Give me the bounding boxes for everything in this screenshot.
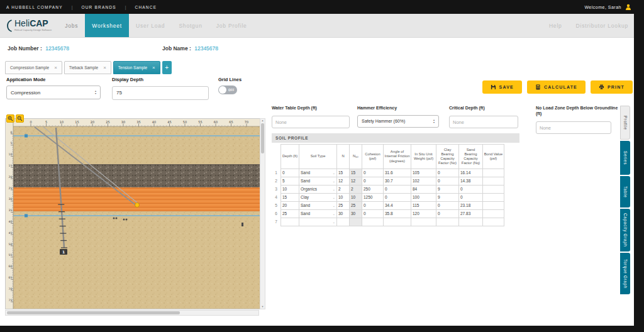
soil-table-cell[interactable]: 27.83 — [459, 210, 483, 218]
soil-table-cell[interactable] — [436, 218, 459, 226]
anchor-end-marker[interactable] — [135, 203, 140, 208]
soil-table-cell[interactable]: 0 — [436, 177, 459, 185]
soil-table-cell[interactable]: Sand⌄ — [299, 169, 337, 177]
nav-item-worksheet[interactable]: Worksheet — [85, 14, 129, 37]
soil-table-cell[interactable]: Sand⌄ — [299, 177, 337, 185]
soil-table-cell[interactable]: 25 — [280, 210, 299, 218]
soil-table-cell[interactable]: 250 — [362, 185, 384, 194]
nav-item-help[interactable]: Help — [542, 14, 569, 37]
helicap-logo[interactable]: HeliCAP Helical Capacity Design Software — [5, 14, 52, 37]
print-button[interactable]: PRINT — [591, 80, 633, 94]
soil-table-cell[interactable]: 0 — [436, 169, 459, 177]
soil-table-cell[interactable] — [350, 218, 362, 226]
soil-table-cell[interactable]: 0 — [362, 169, 384, 177]
soil-table-cell[interactable]: 14.38 — [459, 177, 483, 185]
hammer-efficiency-select[interactable]: Safety Hammer (60%) ▴▾ — [357, 115, 439, 128]
grid-lines-toggle[interactable]: OFF — [218, 86, 237, 94]
soil-table-cell[interactable]: 0 — [436, 202, 459, 210]
soil-table-cell[interactable]: 0 — [362, 177, 384, 185]
soil-table-cell[interactable]: 30 — [350, 210, 362, 218]
soil-table-cell[interactable] — [483, 194, 504, 202]
horizontal-scrollbar[interactable] — [5, 310, 259, 316]
soil-table-cell[interactable]: ⌄ — [299, 218, 337, 226]
critical-depth-input[interactable] — [449, 116, 518, 128]
soil-table-cell[interactable]: 0 — [384, 194, 411, 202]
soil-table-cell[interactable]: 0 — [459, 185, 483, 194]
soil-table-cell[interactable]: 25 — [350, 202, 362, 210]
application-mode-select[interactable]: Compression ▴▾ — [6, 86, 101, 99]
soil-table-cell[interactable]: 115 — [411, 202, 436, 210]
soil-table-cell[interactable] — [337, 218, 350, 226]
soil-table-cell[interactable]: 34.4 — [384, 202, 411, 210]
scroll-up-icon[interactable]: ▲ — [262, 119, 264, 123]
close-icon[interactable]: × — [54, 65, 57, 70]
soil-table-cell[interactable]: 0 — [384, 185, 411, 194]
soil-table-cell[interactable]: 0 — [459, 194, 483, 202]
soil-table-cell[interactable]: 0 — [362, 210, 384, 218]
side-tab-capacity-graph[interactable]: Capacity Graph — [620, 209, 630, 252]
side-tab-torque-graph[interactable]: Torque Graph — [620, 253, 630, 294]
nav-item-jobs[interactable]: Jobs — [58, 14, 85, 37]
soil-table-cell[interactable]: 0 — [280, 169, 299, 177]
calculate-button[interactable]: CALCULATE — [527, 80, 586, 94]
soil-table-cell[interactable] — [362, 218, 384, 226]
soil-table-cell[interactable]: 10 — [337, 194, 350, 202]
chance-link[interactable]: CHANCE — [135, 5, 157, 9]
soil-table-cell[interactable]: 23.18 — [459, 202, 483, 210]
soil-table-cell[interactable] — [483, 169, 504, 177]
side-tab-series[interactable]: Series — [620, 141, 630, 175]
hubbell-company-link[interactable]: A HUBBELL COMPANY — [6, 5, 63, 9]
soil-table-cell[interactable]: 20 — [280, 202, 299, 210]
nav-item-distributor-lookup[interactable]: Distributor Lookup — [569, 14, 635, 37]
soil-canvas[interactable]: 1 0510152025303540455055606570 051015202… — [5, 118, 260, 309]
zoom-out-button[interactable] — [16, 114, 24, 123]
soil-table-cell[interactable]: 12 — [350, 177, 362, 185]
soil-table-cell[interactable]: 5 — [280, 177, 299, 185]
soil-table-cell[interactable]: Organics⌄ — [299, 185, 337, 194]
soil-table-cell[interactable] — [483, 202, 504, 210]
close-icon[interactable]: × — [103, 65, 106, 70]
soil-table-cell[interactable] — [280, 218, 299, 226]
nav-item-job-profile[interactable]: Job Profile — [209, 14, 254, 37]
soil-table-cell[interactable]: 16.14 — [459, 169, 483, 177]
soil-table-cell[interactable] — [459, 218, 483, 226]
side-tab-profile[interactable]: Profile — [620, 106, 630, 140]
soil-table-cell[interactable]: Sand⌄ — [299, 202, 337, 210]
soil-table-cell[interactable]: 0 — [436, 210, 459, 218]
soil-table-cell[interactable] — [411, 218, 436, 226]
soil-table-cell[interactable]: 0 — [362, 202, 384, 210]
soil-table-cell[interactable]: Sand⌄ — [299, 210, 337, 218]
soil-table-cell[interactable] — [483, 210, 504, 218]
soil-table-cell[interactable]: 100 — [411, 194, 436, 202]
no-load-zone-input[interactable] — [536, 121, 611, 134]
depth-marker-handle-top[interactable] — [25, 135, 28, 138]
soil-table-cell[interactable]: 30 — [337, 210, 350, 218]
soil-table-cell[interactable] — [483, 185, 504, 194]
soil-table-cell[interactable]: 84 — [411, 185, 436, 194]
add-tab-button[interactable]: + — [162, 61, 172, 74]
water-table-depth-input[interactable] — [272, 116, 350, 128]
soil-table-cell[interactable]: 31.6 — [384, 169, 411, 177]
soil-table-cell[interactable]: 15 — [337, 169, 350, 177]
soil-table-cell[interactable]: 102 — [411, 177, 436, 185]
soil-table-cell[interactable] — [483, 218, 504, 226]
scroll-down-icon[interactable]: ▼ — [262, 305, 264, 309]
soil-table-cell[interactable]: 9 — [436, 194, 459, 202]
soil-table-cell[interactable]: 2 — [337, 185, 350, 194]
soil-table-cell[interactable]: 10 — [280, 185, 299, 194]
soil-table-cell[interactable]: 105 — [411, 169, 436, 177]
user-icon[interactable] — [625, 4, 631, 10]
zoom-in-button[interactable] — [6, 114, 14, 123]
save-button[interactable]: SAVE — [482, 80, 522, 94]
vertical-scrollbar[interactable]: ▲ ▼ — [260, 118, 265, 309]
depth-marker-handle-bottom[interactable] — [25, 214, 28, 218]
doc-tab-compression-sample[interactable]: Compression Sample× — [5, 61, 62, 74]
soil-table-cell[interactable]: 1250 — [362, 194, 384, 202]
soil-table-cell[interactable] — [483, 177, 504, 185]
soil-table-cell[interactable]: 30.7 — [384, 177, 411, 185]
vertical-scrollbar-thumb[interactable] — [261, 123, 264, 153]
nav-item-shotgun[interactable]: Shotgun — [172, 14, 209, 37]
close-icon[interactable]: × — [152, 65, 155, 70]
display-depth-input[interactable] — [112, 86, 209, 100]
soil-table-cell[interactable]: Clay⌄ — [299, 194, 337, 202]
